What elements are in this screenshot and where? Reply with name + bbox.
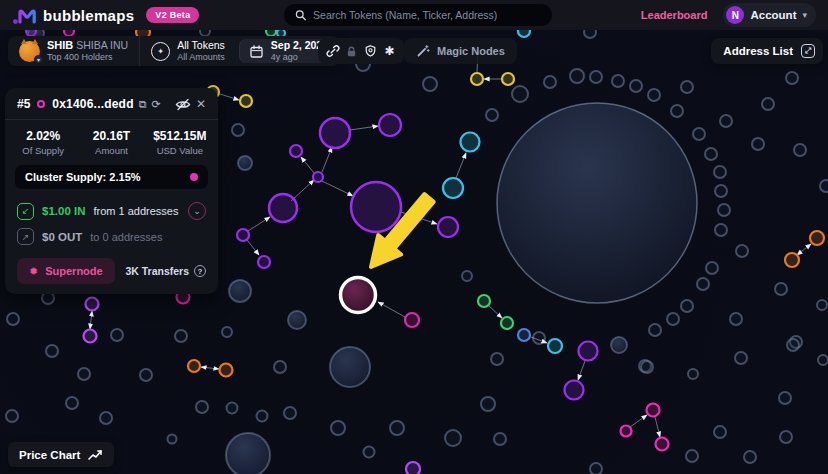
- holder-bubble-inactive[interactable]: [284, 407, 296, 419]
- holder-bubble-inactive[interactable]: [288, 311, 306, 329]
- holder-bubble-inactive[interactable]: [817, 300, 827, 310]
- holder-bubble[interactable]: [220, 364, 233, 377]
- holder-bubble[interactable]: [443, 178, 463, 198]
- holder-bubble-inactive[interactable]: [775, 283, 787, 295]
- holder-bubble-inactive[interactable]: [714, 426, 726, 438]
- large-holder-bubble[interactable]: [497, 103, 697, 303]
- holder-bubble[interactable]: [269, 194, 297, 222]
- holder-bubble-inactive[interactable]: [779, 392, 791, 404]
- hide-address-button[interactable]: [175, 98, 191, 111]
- holder-bubble[interactable]: [320, 118, 350, 148]
- holder-bubble-inactive[interactable]: [714, 166, 726, 178]
- holder-bubble-inactive[interactable]: [612, 75, 624, 87]
- holder-bubble-inactive[interactable]: [238, 156, 252, 170]
- holder-bubble[interactable]: [478, 295, 490, 307]
- holder-bubble-inactive[interactable]: [462, 271, 472, 281]
- selected-bubble[interactable]: [341, 278, 376, 313]
- holder-bubble-inactive[interactable]: [175, 330, 187, 342]
- leaderboard-link[interactable]: Leaderboard: [641, 9, 708, 21]
- holder-bubble-inactive[interactable]: [229, 280, 251, 302]
- holder-bubble-inactive[interactable]: [7, 313, 19, 325]
- search-bar[interactable]: [284, 4, 552, 26]
- shield-button[interactable]: [361, 40, 380, 62]
- holder-bubble-inactive[interactable]: [705, 148, 717, 160]
- holder-bubble-inactive[interactable]: [787, 339, 799, 351]
- holder-bubble-inactive[interactable]: [274, 361, 286, 373]
- holder-bubble-inactive[interactable]: [752, 138, 764, 150]
- close-icon[interactable]: ✕: [196, 98, 206, 110]
- holder-bubble-inactive[interactable]: [671, 105, 683, 117]
- holder-bubble-inactive[interactable]: [232, 124, 244, 136]
- holder-bubble[interactable]: [471, 73, 483, 85]
- holder-bubble[interactable]: [621, 426, 632, 437]
- holder-bubble[interactable]: [656, 438, 669, 451]
- holder-bubble-inactive[interactable]: [697, 278, 709, 290]
- holder-bubble[interactable]: [501, 317, 513, 329]
- price-chart-button[interactable]: Price Chart: [8, 442, 114, 467]
- holder-bubble-inactive[interactable]: [590, 463, 602, 474]
- inflow-expand-button[interactable]: ⌄: [188, 202, 206, 220]
- holder-bubble-inactive[interactable]: [718, 204, 730, 216]
- holder-bubble-inactive[interactable]: [736, 245, 748, 257]
- holder-bubble[interactable]: [405, 313, 419, 327]
- holder-bubble-inactive[interactable]: [720, 115, 732, 127]
- holder-bubble-inactive[interactable]: [168, 435, 177, 444]
- holder-bubble-inactive[interactable]: [100, 412, 112, 424]
- holder-bubble-inactive[interactable]: [46, 345, 58, 357]
- holder-bubble-inactive[interactable]: [667, 313, 679, 325]
- holder-bubble-inactive[interactable]: [222, 327, 232, 337]
- holder-bubble[interactable]: [379, 114, 401, 136]
- holder-bubble-inactive[interactable]: [66, 397, 78, 409]
- token-selector[interactable]: ▾ SHIB SHIBA INU Top 400 Holders: [8, 36, 139, 66]
- holder-bubble-inactive[interactable]: [786, 72, 798, 84]
- holder-bubble-inactive[interactable]: [390, 421, 404, 435]
- holder-bubble[interactable]: [579, 342, 598, 361]
- holder-bubble-inactive[interactable]: [512, 86, 528, 102]
- holder-bubble-inactive[interactable]: [681, 300, 693, 312]
- holder-bubble[interactable]: [438, 217, 458, 237]
- holder-bubble[interactable]: [647, 404, 660, 417]
- holder-bubble-inactive[interactable]: [730, 313, 742, 325]
- holder-bubble[interactable]: [351, 182, 401, 232]
- holder-bubble-inactive[interactable]: [331, 421, 345, 435]
- holder-bubble[interactable]: [785, 253, 799, 267]
- holder-bubble-inactive[interactable]: [648, 89, 660, 101]
- holder-bubble[interactable]: [290, 145, 302, 157]
- holder-bubble-inactive[interactable]: [686, 450, 698, 462]
- inflow-row[interactable]: ↙ $1.00 IN from 1 addresses ⌄: [5, 198, 218, 224]
- holder-bubble-inactive[interactable]: [330, 347, 370, 387]
- holder-bubble-inactive[interactable]: [590, 71, 602, 83]
- holder-bubble-inactive[interactable]: [780, 431, 792, 443]
- account-menu[interactable]: N Account ▾: [723, 3, 816, 27]
- help-icon[interactable]: ?: [194, 265, 206, 277]
- outflow-row[interactable]: ↗ $0 OUT to 0 addresses: [5, 224, 218, 249]
- holder-bubble[interactable]: [188, 360, 200, 372]
- holder-bubble[interactable]: [258, 256, 270, 268]
- holder-bubble-inactive[interactable]: [641, 361, 653, 373]
- address-list-button[interactable]: Address List ⤢: [711, 38, 823, 64]
- holder-bubble-inactive[interactable]: [649, 324, 661, 336]
- cluster-button[interactable]: ✱: [380, 40, 399, 62]
- holder-bubble-inactive[interactable]: [445, 430, 461, 446]
- holder-bubble-inactive[interactable]: [226, 433, 270, 474]
- holder-bubble-inactive[interactable]: [140, 369, 152, 381]
- holder-bubble-inactive[interactable]: [227, 403, 238, 414]
- holder-bubble-inactive[interactable]: [693, 128, 705, 140]
- holder-bubble-inactive[interactable]: [706, 262, 718, 274]
- holder-bubble[interactable]: [810, 231, 824, 245]
- copy-icon[interactable]: ⧉: [139, 99, 147, 110]
- holder-bubble-inactive[interactable]: [111, 329, 123, 341]
- supernode-button[interactable]: ✹ Supernode: [17, 258, 115, 284]
- holder-bubble-inactive[interactable]: [820, 180, 828, 192]
- holder-bubble[interactable]: [84, 330, 97, 343]
- cluster-supply-row[interactable]: Cluster Supply: 2.15%: [15, 165, 208, 189]
- holder-bubble-inactive[interactable]: [735, 352, 747, 364]
- holder-bubble[interactable]: [518, 329, 530, 341]
- holder-bubble[interactable]: [406, 462, 420, 474]
- holder-bubble-inactive[interactable]: [544, 76, 556, 88]
- holder-bubble[interactable]: [313, 172, 323, 182]
- brand[interactable]: bubblemaps V2 Beta: [12, 5, 199, 25]
- holder-bubble-inactive[interactable]: [486, 109, 498, 121]
- holder-bubble-inactive[interactable]: [423, 77, 437, 91]
- holder-bubble-inactive[interactable]: [6, 410, 18, 422]
